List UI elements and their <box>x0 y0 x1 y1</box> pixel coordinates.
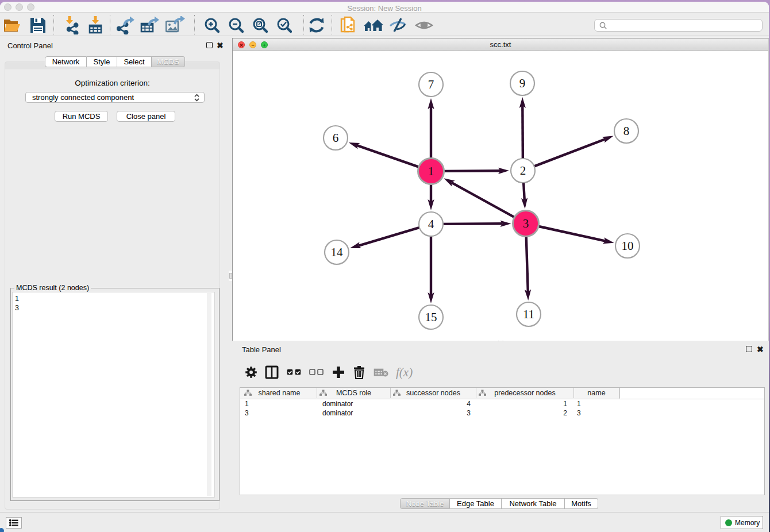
svg-text:15: 15 <box>425 310 437 324</box>
svg-text:6: 6 <box>333 131 339 145</box>
svg-text:8: 8 <box>623 124 630 138</box>
svg-text:2: 2 <box>520 164 526 178</box>
svg-text:7: 7 <box>428 78 434 91</box>
svg-text:1: 1 <box>428 164 434 178</box>
svg-text:4: 4 <box>428 217 434 231</box>
svg-text:14: 14 <box>331 245 344 259</box>
svg-text:9: 9 <box>519 76 526 90</box>
svg-text:11: 11 <box>523 307 534 321</box>
svg-text:3: 3 <box>523 217 529 230</box>
svg-text:10: 10 <box>622 239 634 253</box>
